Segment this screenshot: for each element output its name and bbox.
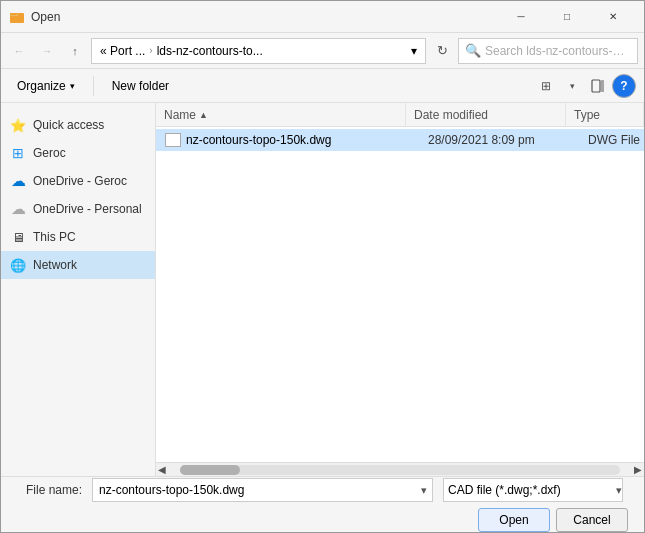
- path-separator: ›: [149, 45, 152, 56]
- scroll-left-btn[interactable]: ◀: [158, 464, 166, 475]
- sort-arrow: ▲: [199, 110, 208, 120]
- search-icon: 🔍: [465, 43, 481, 58]
- col-date-label: Date modified: [414, 108, 488, 122]
- file-type-cell: DWG File: [588, 133, 644, 147]
- dwg-icon: [165, 133, 181, 147]
- address-bar: ← → ↑ « Port ... › lds-nz-contours-to...…: [1, 33, 644, 69]
- path-current: lds-nz-contours-to...: [157, 44, 263, 58]
- filename-input-wrapper: [92, 478, 433, 502]
- bottom-bar: File name: CAD file (*.dwg;*.dxf) Open C…: [1, 476, 644, 532]
- grid-icon: [9, 144, 27, 162]
- filetype-select-wrapper: CAD file (*.dwg;*.dxf): [443, 478, 628, 502]
- action-buttons: Open Cancel: [478, 508, 628, 532]
- sidebar-label-quick-access: Quick access: [33, 118, 104, 132]
- organize-label: Organize: [17, 79, 66, 93]
- svg-rect-2: [10, 13, 16, 15]
- star-icon: [9, 116, 27, 134]
- preview-pane-button[interactable]: [586, 74, 610, 98]
- address-path[interactable]: « Port ... › lds-nz-contours-to... ▾: [91, 38, 426, 64]
- up-button[interactable]: ↑: [63, 39, 87, 63]
- filename-input[interactable]: [92, 478, 433, 502]
- organize-arrow: ▾: [70, 81, 75, 91]
- sidebar: Quick access Geroc OneDrive - Geroc OneD…: [1, 103, 156, 476]
- col-name-label: Name: [164, 108, 196, 122]
- help-icon: ?: [620, 79, 627, 93]
- open-button[interactable]: Open: [478, 508, 550, 532]
- view-details-dropdown[interactable]: ▾: [560, 74, 584, 98]
- view-buttons: ⊞ ▾ ?: [534, 74, 636, 98]
- col-date-header[interactable]: Date modified: [406, 103, 566, 126]
- search-box[interactable]: 🔍 Search lds-nz-contours-topo...: [458, 38, 638, 64]
- filename-label: File name:: [17, 483, 82, 497]
- forward-button[interactable]: →: [35, 39, 59, 63]
- toolbar: Organize ▾ New folder ⊞ ▾ ?: [1, 69, 644, 103]
- cancel-button[interactable]: Cancel: [556, 508, 628, 532]
- dialog-icon: [9, 9, 25, 25]
- svg-rect-4: [601, 80, 604, 92]
- sidebar-label-this-pc: This PC: [33, 230, 76, 244]
- cloud-blue-icon: [9, 172, 27, 190]
- sidebar-item-this-pc[interactable]: This PC: [1, 223, 155, 251]
- sidebar-item-quick-access[interactable]: Quick access: [1, 111, 155, 139]
- table-row[interactable]: nz-contours-topo-150k.dwg 28/09/2021 8:0…: [156, 129, 644, 151]
- view-list-button[interactable]: ⊞: [534, 74, 558, 98]
- network-icon: [9, 256, 27, 274]
- title-bar: Open ─ □ ✕: [1, 1, 644, 33]
- refresh-button[interactable]: ↻: [430, 39, 454, 63]
- sidebar-item-network[interactable]: Network: [1, 251, 155, 279]
- sidebar-label-network: Network: [33, 258, 77, 272]
- col-type-header[interactable]: Type: [566, 103, 644, 126]
- help-button[interactable]: ?: [612, 74, 636, 98]
- cloud-light-icon: [9, 200, 27, 218]
- file-list: nz-contours-topo-150k.dwg 28/09/2021 8:0…: [156, 127, 644, 462]
- close-button[interactable]: ✕: [590, 1, 636, 33]
- sidebar-item-onedrive-personal[interactable]: OneDrive - Personal: [1, 195, 155, 223]
- file-table-header: Name ▲ Date modified Type: [156, 103, 644, 127]
- new-folder-label: New folder: [112, 79, 169, 93]
- sidebar-label-onedrive-geroc: OneDrive - Geroc: [33, 174, 127, 188]
- new-folder-button[interactable]: New folder: [104, 74, 177, 98]
- scroll-track: [180, 465, 620, 475]
- horizontal-scrollbar[interactable]: ◀ ▶: [156, 462, 644, 476]
- organize-button[interactable]: Organize ▾: [9, 74, 83, 98]
- action-row: Open Cancel: [17, 508, 628, 532]
- filename-row: File name: CAD file (*.dwg;*.dxf): [17, 478, 628, 502]
- sidebar-item-geroc[interactable]: Geroc: [1, 139, 155, 167]
- minimize-button[interactable]: ─: [498, 1, 544, 33]
- path-dropdown-arrow[interactable]: ▾: [411, 44, 417, 58]
- scroll-thumb[interactable]: [180, 465, 240, 475]
- file-area: Name ▲ Date modified Type nz-contours-to…: [156, 103, 644, 476]
- file-name-cell: nz-contours-topo-150k.dwg: [186, 133, 428, 147]
- filetype-select[interactable]: CAD file (*.dwg;*.dxf): [443, 478, 623, 502]
- sidebar-label-onedrive-personal: OneDrive - Personal: [33, 202, 142, 216]
- scroll-right-btn[interactable]: ▶: [634, 464, 642, 475]
- col-name-header[interactable]: Name ▲: [156, 103, 406, 126]
- file-date-cell: 28/09/2021 8:09 pm: [428, 133, 588, 147]
- toolbar-separator: [93, 76, 94, 96]
- path-prefix: « Port ...: [100, 44, 145, 58]
- file-icon: [164, 131, 182, 149]
- sidebar-item-onedrive-geroc[interactable]: OneDrive - Geroc: [1, 167, 155, 195]
- svg-rect-3: [592, 80, 600, 92]
- main-content: Quick access Geroc OneDrive - Geroc OneD…: [1, 103, 644, 476]
- title-controls: ─ □ ✕: [498, 1, 636, 33]
- pc-icon: [9, 228, 27, 246]
- dialog-title: Open: [31, 10, 60, 24]
- title-bar-left: Open: [9, 9, 60, 25]
- col-type-label: Type: [574, 108, 600, 122]
- back-button[interactable]: ←: [7, 39, 31, 63]
- open-dialog: Open ─ □ ✕ ← → ↑ « Port ... › lds-nz-con…: [0, 0, 645, 533]
- maximize-button[interactable]: □: [544, 1, 590, 33]
- search-placeholder: Search lds-nz-contours-topo...: [485, 44, 625, 58]
- sidebar-label-geroc: Geroc: [33, 146, 66, 160]
